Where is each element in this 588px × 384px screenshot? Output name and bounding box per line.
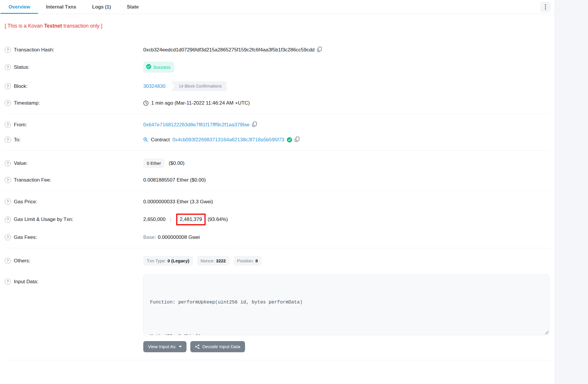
value-usd: ($0.00): [169, 160, 184, 166]
input-data-box[interactable]: Function: performUpkeep(uint256 id, byte…: [143, 274, 549, 335]
help-icon[interactable]: ?: [5, 177, 11, 183]
tab-internal-txns-label: Internal Txns: [46, 4, 76, 10]
txn-type-badge: Txn Type: 0 (Legacy): [143, 256, 193, 266]
help-icon[interactable]: ?: [5, 64, 11, 70]
help-icon[interactable]: ?: [5, 234, 11, 240]
help-icon[interactable]: ?: [5, 122, 11, 128]
resize-handle[interactable]: [544, 330, 548, 334]
row-gas-fees: ? Gas Fees: Base: 0.000000008 Gwei: [4, 230, 551, 245]
tab-state-label: State: [127, 4, 139, 10]
tab-overview[interactable]: Overview: [1, 1, 38, 14]
help-icon[interactable]: ?: [5, 47, 11, 53]
help-icon[interactable]: ?: [5, 83, 11, 89]
help-icon[interactable]: ?: [5, 217, 11, 223]
value-label: Value:: [14, 160, 28, 166]
more-options-button[interactable]: [540, 2, 551, 12]
others-label: Others:: [14, 258, 30, 264]
copy-transaction-hash-button[interactable]: [317, 47, 322, 53]
section-overview-top: ? Transaction Hash: 0xcb324eedcd1d07296f…: [4, 39, 551, 114]
gas-fees-base-label: Base:: [143, 234, 156, 240]
help-icon[interactable]: ?: [5, 258, 11, 264]
help-icon[interactable]: ?: [5, 279, 11, 285]
input-data-actions: View Input As Decode Input Data: [143, 341, 549, 352]
txn-type-key: Txn Type:: [147, 258, 166, 263]
ether-value-badge-label: 0 Ether: [147, 161, 161, 166]
row-block: ? Block: 30324830 14 Block Confirmations: [4, 77, 551, 95]
copy-icon: [295, 137, 299, 143]
gas-price-value: 0.0000000033 Ether (3.3 Gwei): [143, 199, 213, 205]
verified-check-icon: [287, 137, 292, 142]
transaction-fee-value: 0.0081885507 Ether ($0.00): [143, 177, 206, 183]
row-from: ? From: 0x647e7168122263d8e7f81f17fff9c2…: [4, 117, 551, 132]
timestamp-value: 1 min ago (Mar-11-2022 11:46:24 AM +UTC): [151, 100, 250, 106]
clock-icon: [143, 100, 149, 106]
row-transaction-hash: ? Transaction Hash: 0xcb324eedcd1d07296f…: [4, 42, 551, 57]
help-icon[interactable]: ?: [5, 100, 11, 106]
txn-type-value: 0 (Legacy): [168, 258, 189, 263]
tab-bar: Overview Internal Txns Logs (1) State: [0, 0, 555, 14]
row-gas-price: ? Gas Price: 0.0000000033 Ether (3.3 Gwe…: [4, 194, 551, 209]
gas-limit-value: 2,650,000: [143, 217, 166, 222]
position-value: 8: [255, 258, 258, 263]
gas-limit-separator: |: [168, 217, 173, 222]
block-number-link[interactable]: 30324830: [143, 83, 166, 89]
copy-icon: [317, 47, 322, 53]
check-circle-icon: [146, 64, 151, 70]
decode-icon: [195, 344, 200, 349]
row-to: ? To: Contract 0x4cb093f226983713164a621…: [4, 132, 551, 147]
from-label: From:: [14, 122, 27, 128]
tab-overview-label: Overview: [9, 4, 30, 10]
help-icon[interactable]: ?: [5, 199, 11, 205]
from-address-link[interactable]: 0x647e7168122263d8e7f81f17fff9c2f1aa379f…: [143, 122, 249, 128]
to-address-link[interactable]: 0x4cb093f226983713164a62138c3f718a5b595f…: [172, 137, 284, 143]
input-data-label: Input Data:: [14, 279, 38, 285]
section-value-fee: ? Value: 0 Ether ($0.00) ? Transaction F…: [4, 151, 551, 191]
ether-value-badge: 0 Ether: [143, 158, 164, 168]
view-input-as-button[interactable]: View Input As: [143, 341, 186, 352]
input-data-function-line: Function: performUpkeep(uint256 id, byte…: [150, 298, 543, 307]
section-addresses: ? From: 0x647e7168122263d8e7f81f17fff9c2…: [4, 114, 551, 151]
gas-limit-label: Gas Limit & Usage by Txn:: [14, 217, 73, 222]
position-key: Position:: [237, 258, 254, 263]
testnet-warning: [ This is a Kovan Testnet transaction on…: [0, 14, 555, 39]
position-badge: Position: 8: [234, 256, 261, 266]
warning-prefix: [ This is a Kovan: [5, 23, 44, 29]
tab-logs[interactable]: Logs (1): [84, 1, 119, 14]
row-timestamp: ? Timestamp: 1 min ago (Mar-11-2022 11:4…: [4, 95, 551, 110]
gas-fees-base-value: 0.000000008 Gwei: [158, 234, 200, 240]
gas-fees-label: Gas Fees:: [14, 234, 37, 240]
section-others-input: ? Others: Txn Type: 0 (Legacy) Nonce: 32…: [4, 248, 551, 360]
row-gas-limit-usage: ? Gas Limit & Usage by Txn: 2,650,000 | …: [4, 209, 551, 230]
help-icon[interactable]: ?: [5, 160, 11, 166]
copy-icon: [252, 122, 257, 128]
gas-price-label: Gas Price:: [14, 199, 37, 205]
row-input-data: ? Input Data: Function: performUpkeep(ui…: [4, 270, 551, 357]
zoom-in-icon[interactable]: [143, 137, 148, 142]
transaction-hash-value: 0xcb324eedcd1d07296fdf3d215a2865275f159c…: [143, 47, 314, 53]
help-icon[interactable]: ?: [5, 137, 11, 143]
block-label: Block:: [14, 83, 27, 89]
tab-internal-txns[interactable]: Internal Txns: [38, 1, 84, 14]
status-badge-label: Success: [153, 65, 171, 70]
tab-logs-label: Logs (1): [92, 4, 111, 10]
warning-bold: Testnet: [44, 23, 62, 29]
to-contract-label: Contract: [151, 137, 170, 143]
gas-used-value: 2,481,379: [180, 217, 202, 222]
status-label: Status:: [14, 64, 29, 70]
block-confirmations-badge: 14 Block Confirmations: [171, 81, 226, 91]
timestamp-label: Timestamp:: [14, 100, 40, 106]
gas-used-percent: (93.64%): [208, 217, 228, 222]
transaction-hash-label: Transaction Hash:: [14, 47, 54, 53]
chevron-down-icon: [179, 346, 182, 348]
row-others: ? Others: Txn Type: 0 (Legacy) Nonce: 32…: [4, 251, 551, 270]
tab-state[interactable]: State: [119, 1, 146, 14]
copy-from-address-button[interactable]: [252, 122, 257, 128]
decode-input-data-button[interactable]: Decode Input Data: [190, 341, 245, 352]
nonce-value: 3222: [216, 258, 226, 263]
to-label: To:: [14, 137, 21, 143]
section-gas: ? Gas Price: 0.0000000033 Ether (3.3 Gwe…: [4, 191, 551, 248]
copy-to-address-button[interactable]: [295, 137, 299, 143]
row-transaction-fee: ? Transaction Fee: 0.0081885507 Ether ($…: [4, 172, 551, 187]
status-badge: Success: [143, 62, 174, 73]
view-input-as-label: View Input As: [148, 344, 176, 349]
